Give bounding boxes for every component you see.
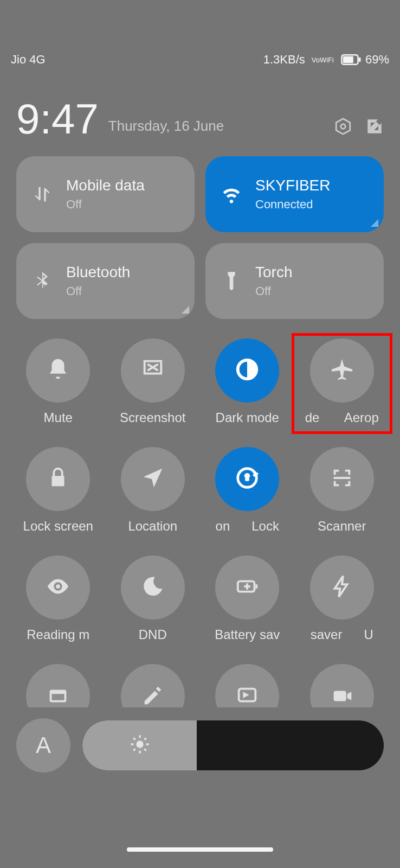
torch-title: Torch — [255, 264, 292, 281]
mobile-data-sub: Off — [66, 197, 145, 212]
bolt-icon — [330, 574, 354, 601]
main-tiles: Mobile data Off SKYFIBER Connected Bluet… — [0, 145, 400, 319]
screenshot-toggle[interactable]: Screenshot — [106, 339, 201, 447]
orientation-lock-label: on Lock — [216, 519, 279, 534]
carrier-label: Jio 4G — [11, 53, 46, 67]
svg-line-21 — [133, 749, 135, 750]
cast-toggle[interactable] — [215, 664, 279, 707]
airplane-label: de Aerop — [305, 410, 379, 425]
svg-rect-11 — [51, 691, 66, 694]
torch-tile[interactable]: Torch Off — [205, 243, 384, 319]
eye-icon — [46, 574, 70, 601]
svg-rect-9 — [256, 584, 258, 589]
airplane-toggle[interactable]: de Aerop — [295, 339, 390, 447]
lock-screen-label: Lock screen — [23, 519, 93, 534]
dark-mode-icon — [235, 357, 260, 384]
edit-icon[interactable] — [365, 117, 384, 138]
settings-icon[interactable] — [334, 117, 352, 138]
data-rate-label: 1.3KB/s — [263, 53, 305, 67]
expand-corner-icon — [182, 306, 189, 314]
screenshot-label: Screenshot — [120, 410, 185, 425]
torch-icon — [218, 268, 244, 294]
date: Thursday, 16 June — [108, 118, 224, 140]
wifi-sub: Connected — [255, 197, 330, 212]
mute-label: Mute — [44, 410, 73, 425]
rotation-lock-icon — [235, 465, 260, 493]
scissors-icon — [140, 357, 165, 384]
bluetooth-icon — [29, 268, 55, 294]
scanner-label: Scanner — [318, 519, 366, 534]
round-toggles-grid: Mute Screenshot Dark mode de Aerop Lock … — [0, 319, 400, 664]
moon-icon — [140, 574, 165, 601]
battery-saver-label: Battery sav — [215, 627, 280, 642]
wifi-tile[interactable]: SKYFIBER Connected — [205, 156, 384, 232]
svg-rect-2 — [359, 58, 361, 62]
floating-window-toggle[interactable] — [26, 664, 90, 707]
dark-mode-toggle[interactable]: Dark mode — [200, 339, 295, 447]
panel-header: 9:47 Thursday, 16 June — [0, 76, 400, 145]
brightness-row: A — [0, 707, 400, 773]
svg-line-22 — [144, 738, 146, 739]
ultra-saver-toggle[interactable]: saver U — [295, 556, 390, 664]
scanner-toggle[interactable]: Scanner — [295, 447, 390, 556]
bluetooth-sub: Off — [66, 284, 130, 298]
sun-icon — [129, 733, 151, 757]
svg-rect-1 — [343, 56, 353, 63]
wifi-title: SKYFIBER — [255, 177, 330, 194]
orientation-lock-toggle[interactable]: on Lock — [200, 447, 295, 556]
expand-corner-icon — [371, 219, 378, 227]
svg-point-14 — [136, 741, 143, 748]
location-label: Location — [128, 519, 177, 534]
status-bar: Jio 4G 1.3KB/s VoWiFi 69% — [0, 43, 400, 76]
dark-mode-label: Dark mode — [216, 410, 279, 425]
bluetooth-tile[interactable]: Bluetooth Off — [16, 243, 195, 319]
ultra-saver-label: saver U — [311, 627, 373, 642]
battery-percent-label: 69% — [365, 53, 389, 67]
reading-mode-toggle[interactable]: Reading m — [11, 556, 106, 664]
svg-line-20 — [144, 749, 146, 750]
battery-saver-toggle[interactable]: Battery sav — [200, 556, 295, 664]
brightness-fill — [82, 720, 197, 770]
clock: 9:47 — [16, 98, 99, 140]
auto-brightness-button[interactable]: A — [16, 718, 70, 773]
wifi-tile-icon — [218, 181, 244, 207]
reading-mode-label: Reading m — [27, 627, 89, 642]
lock-screen-toggle[interactable]: Lock screen — [11, 447, 106, 556]
mobile-data-tile[interactable]: Mobile data Off — [16, 156, 195, 232]
bluetooth-title: Bluetooth — [66, 264, 130, 281]
bell-icon — [46, 357, 70, 384]
record-toggle[interactable] — [310, 664, 374, 707]
vowifi-label: VoWiFi — [312, 56, 334, 63]
dnd-label: DND — [139, 627, 167, 642]
brightness-slider[interactable] — [82, 720, 384, 770]
battery-icon — [340, 54, 362, 65]
torch-sub: Off — [255, 284, 292, 298]
svg-marker-3 — [336, 119, 350, 134]
svg-point-4 — [341, 124, 346, 129]
status-right: 1.3KB/s VoWiFi 69% — [263, 53, 389, 67]
scanner-icon — [330, 465, 354, 493]
mobile-data-icon — [29, 181, 55, 207]
mute-toggle[interactable]: Mute — [11, 339, 106, 447]
home-indicator[interactable] — [127, 847, 273, 852]
lock-icon — [46, 465, 70, 493]
dnd-toggle[interactable]: DND — [106, 556, 201, 664]
battery-plus-icon — [235, 574, 260, 601]
location-toggle[interactable]: Location — [106, 447, 201, 556]
svg-line-19 — [133, 738, 135, 739]
auto-brightness-label: A — [36, 732, 51, 758]
svg-rect-13 — [333, 691, 346, 701]
location-icon — [140, 465, 165, 493]
edit-toggle[interactable] — [121, 664, 185, 707]
mobile-data-title: Mobile data — [66, 177, 145, 194]
partial-toggle-row — [0, 664, 400, 707]
airplane-icon — [330, 357, 354, 384]
